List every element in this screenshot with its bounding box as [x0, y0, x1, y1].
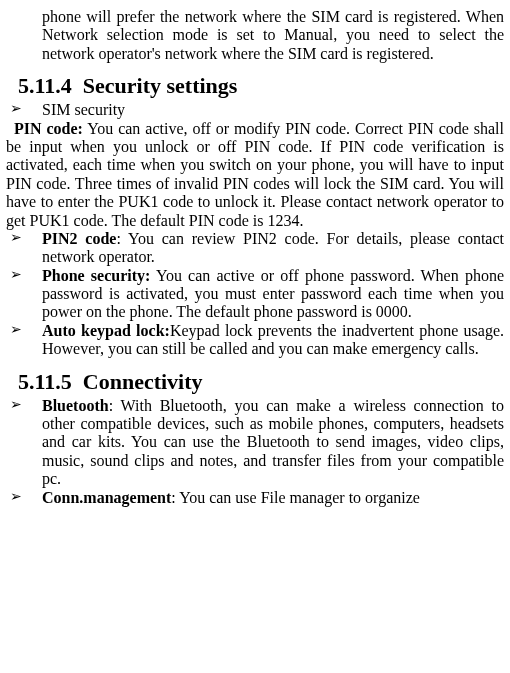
conn-management-label: Conn.management — [42, 489, 171, 506]
section-heading-security: 5.11.4 Security settings — [18, 73, 506, 99]
pin2-label: PIN2 code — [42, 230, 116, 247]
section-number: 5.11.5 — [18, 369, 72, 394]
section-title: Security settings — [83, 73, 238, 98]
section-heading-connectivity: 5.11.5 Connectivity — [18, 369, 506, 395]
list-item-sim-security: SIM security — [4, 101, 506, 119]
section-title: Connectivity — [83, 369, 203, 394]
section-number: 5.11.4 — [18, 73, 72, 98]
list-item-bluetooth: Bluetooth: With Bluetooth, you can make … — [4, 397, 506, 489]
list-item-conn-management: Conn.management: You can use File manage… — [4, 489, 506, 507]
bluetooth-text: : With Bluetooth, you can make a wireles… — [42, 397, 504, 488]
intro-paragraph: phone will prefer the network where the … — [42, 8, 504, 63]
list-item-auto-keypad: Auto keypad lock:Keypad lock prevents th… — [4, 322, 506, 359]
pin-code-block: PIN code: You can active, off or modify … — [6, 120, 504, 230]
security-list: SIM security — [4, 101, 506, 119]
auto-keypad-label: Auto keypad lock: — [42, 322, 170, 339]
security-list-2: PIN2 code: You can review PIN2 code. For… — [4, 230, 506, 359]
list-item-pin2: PIN2 code: You can review PIN2 code. For… — [4, 230, 506, 267]
pin-code-label: PIN code: — [14, 120, 83, 137]
phone-security-label: Phone security: — [42, 267, 150, 284]
connectivity-list: Bluetooth: With Bluetooth, you can make … — [4, 397, 506, 507]
bluetooth-label: Bluetooth — [42, 397, 109, 414]
list-item-phone-security: Phone security: You can active or off ph… — [4, 267, 506, 322]
conn-management-text: : You can use File manager to organize — [171, 489, 420, 506]
